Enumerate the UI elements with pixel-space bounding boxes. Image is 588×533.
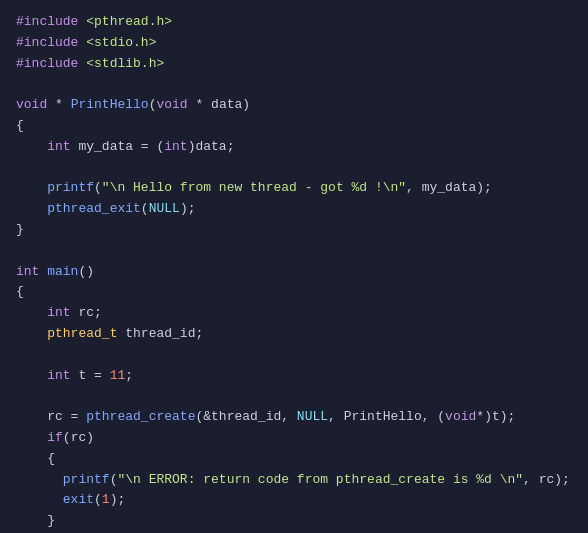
code-line-25: } <box>16 511 572 532</box>
code-line-17 <box>16 345 572 366</box>
code-line-16: pthread_t thread_id; <box>16 324 572 345</box>
code-line-14: { <box>16 282 572 303</box>
code-line-2: #include <stdio.h> <box>16 33 572 54</box>
code-line-5: void * PrintHello(void * data) <box>16 95 572 116</box>
code-line-6: { <box>16 116 572 137</box>
code-line-18: int t = 11; <box>16 366 572 387</box>
code-line-23: printf("\n ERROR: return code from pthre… <box>16 470 572 491</box>
code-line-22: { <box>16 449 572 470</box>
code-line-12 <box>16 241 572 262</box>
code-line-4 <box>16 74 572 95</box>
code-line-15: int rc; <box>16 303 572 324</box>
code-line-24: exit(1); <box>16 490 572 511</box>
code-line-8 <box>16 158 572 179</box>
code-line-7: int my_data = (int)data; <box>16 137 572 158</box>
code-line-21: if(rc) <box>16 428 572 449</box>
code-line-19 <box>16 386 572 407</box>
code-line-10: pthread_exit(NULL); <box>16 199 572 220</box>
code-line-13: int main() <box>16 262 572 283</box>
code-line-1: #include <pthread.h> <box>16 12 572 33</box>
code-line-20: rc = pthread_create(&thread_id, NULL, Pr… <box>16 407 572 428</box>
code-line-3: #include <stdlib.h> <box>16 54 572 75</box>
code-line-11: } <box>16 220 572 241</box>
code-line-9: printf("\n Hello from new thread - got %… <box>16 178 572 199</box>
code-editor: #include <pthread.h> #include <stdio.h> … <box>0 0 588 533</box>
